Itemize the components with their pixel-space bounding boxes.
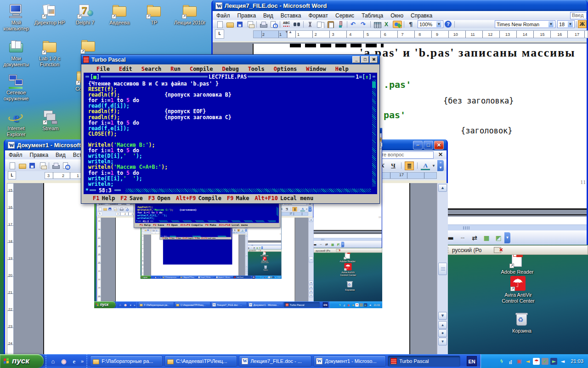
arrow-style-icon[interactable]: ⇄ [253, 247, 256, 249]
close-button[interactable]: ✕ [370, 56, 378, 63]
align-left-button[interactable]: ≣ [405, 161, 414, 170]
desktop-icon-pages[interactable]: ↗Директор HP [32, 4, 67, 26]
font-size-select[interactable]: 18▼ [557, 20, 575, 28]
paste-icon[interactable] [326, 21, 335, 28]
tp-horizontal-scrollbar[interactable] [156, 220, 276, 222]
font-color-button[interactable]: А [421, 161, 430, 170]
fkey-Alt+F10[interactable]: Alt+F10 [219, 224, 231, 227]
scroll-up-icon[interactable]: ▲ [309, 218, 313, 222]
cut-icon[interactable] [305, 21, 315, 28]
permission-icon[interactable] [245, 21, 254, 28]
tp-editor[interactable]: [■] LEC7FILE.PAS 1=[↕] {Чтение массивов … [84, 73, 377, 194]
save-icon[interactable] [147, 230, 149, 231]
print-icon[interactable] [119, 207, 124, 211]
desktop-icon-folder[interactable]: ↗Лекции 2010г [172, 4, 207, 26]
toolbar-options-chevron-icon[interactable]: ▼ [261, 246, 263, 249]
desktop-icon-recycle[interactable]: ♻Корзина [504, 312, 539, 334]
desktop-icon-network[interactable]: Сетевое окружение [0, 74, 34, 102]
tp-menu-window[interactable]: Window [301, 66, 330, 72]
menu-item[interactable]: Файл [5, 151, 26, 159]
quicklaunch-ie-icon[interactable]: e [157, 276, 159, 278]
taskbar-button[interactable]: WЛекция7_FILE.doc - ... [211, 302, 247, 308]
tp-horizontal-scrollbar[interactable] [170, 236, 229, 237]
new-document-icon[interactable] [7, 162, 17, 169]
volume-mixer-icon[interactable]: ◄ [524, 358, 531, 365]
start-button[interactable]: пуск [0, 354, 44, 368]
taskbar-button[interactable]: WДокумент1 - Microso... [248, 302, 283, 308]
taskbar-button[interactable]: F:\Лабораторные ра... [162, 276, 180, 279]
quicklaunch-media-icon[interactable]: ◉ [60, 357, 68, 365]
drawing-icon[interactable] [393, 21, 402, 28]
volume-icon[interactable]: ◄ [559, 358, 566, 365]
tp-menu-search[interactable]: Search [137, 66, 166, 72]
toolbar-options-chevron-icon[interactable]: ▼ [341, 242, 344, 247]
start-button[interactable]: пуск [140, 276, 151, 279]
fkey-F1[interactable]: F1 [140, 224, 143, 227]
desktop-icon-avira[interactable]: ☂↗Avira AntiVir Control Center [260, 257, 269, 264]
doc1-vertical-scrollbar[interactable]: ▲ ▼ ▴ ● ▾ [437, 183, 448, 355]
taskbar-button[interactable]: C:\Авдеева\ТР\Лекц... [175, 302, 210, 308]
fkey-Alt+F10[interactable]: Alt+F10 [254, 195, 278, 201]
avira-tray-icon[interactable]: ☂ [533, 358, 540, 365]
desktop-icon-folder[interactable]: ↗Lab 1-2 c Function [32, 40, 67, 68]
new-document-icon[interactable] [142, 230, 144, 231]
word-doc1-vertical-ruler[interactable]: 15161718192021222324 [97, 218, 101, 302]
fkey-F2[interactable]: F2 [120, 195, 127, 201]
fkey-F3[interactable]: F3 [167, 224, 170, 227]
doc1-vertical-scrollbar[interactable]: ▲ ▼ ▴ ● ▾ [245, 235, 248, 276]
quicklaunch-desktop-icon[interactable]: ⌂ [152, 276, 154, 278]
menu-item[interactable]: Вставка [277, 12, 305, 20]
tray-display-icon[interactable]: ▣ [347, 303, 350, 306]
underline-button[interactable]: Ч [234, 229, 236, 231]
select-browse-object-icon[interactable]: ● [309, 289, 313, 293]
tp-menu-run[interactable]: Run [166, 66, 185, 72]
open-icon[interactable] [17, 162, 27, 169]
menu-item[interactable]: Таблица [358, 12, 387, 20]
tab-selector[interactable]: L [142, 232, 144, 234]
chevron-down-icon[interactable]: ▼ [432, 164, 435, 168]
show-paragraph-icon[interactable] [406, 21, 415, 28]
permission-icon[interactable] [113, 207, 117, 211]
align-left-button[interactable]: ≣ [293, 207, 297, 211]
close-button[interactable]: ✕ [434, 141, 444, 150]
language-indicator[interactable]: EN [467, 356, 477, 366]
fkey-F9[interactable]: F9 [195, 237, 196, 239]
signal-strength-icon[interactable]: ⣴ [262, 276, 264, 278]
ask-question-input[interactable]: Введ [570, 12, 587, 19]
bold-button[interactable]: Ж [578, 20, 587, 28]
toolbar-grip-icon[interactable] [463, 226, 469, 230]
fkey-Alt+F9[interactable]: Alt+F9 [181, 224, 190, 227]
save-icon[interactable] [107, 207, 112, 211]
tp-menu-help[interactable]: Help [331, 66, 353, 72]
fkey-F9[interactable]: F9 [227, 195, 233, 201]
avira-tray-icon[interactable]: ☂ [268, 276, 270, 278]
quicklaunch-ie-icon[interactable]: e [129, 303, 132, 306]
language-bar[interactable]: русский (Ро [312, 248, 382, 253]
help-icon[interactable]: ? [445, 21, 452, 28]
fkey-F1[interactable]: F1 [163, 237, 164, 239]
volume-mixer-icon[interactable]: ◄ [266, 276, 268, 278]
open-icon[interactable] [225, 21, 234, 28]
desktop-icon-folder[interactable]: ↗ТР [136, 4, 171, 26]
scheduler-icon[interactable]: ► [364, 303, 367, 306]
browse-next-icon[interactable]: ▾ [438, 338, 447, 345]
shadow-style-icon[interactable]: ■ [481, 233, 492, 243]
taskbar-button[interactable]: WЛекция7_FILE.doc - ... [198, 276, 215, 279]
menu-item[interactable]: Правка [26, 151, 52, 159]
tp-vertical-scrollbar[interactable] [372, 80, 376, 187]
print-preview-icon[interactable] [124, 207, 129, 211]
insert-excel-icon[interactable] [383, 21, 392, 28]
desktop-icon-computer[interactable]: Мой компьютер [0, 4, 34, 32]
quicklaunch-media-icon[interactable]: ◉ [124, 303, 127, 306]
dash-style-icon[interactable]: ╌ [318, 242, 324, 247]
quick-launch-more-icon[interactable]: » [160, 276, 160, 278]
doc1-vertical-scrollbar[interactable]: ▲ ▼ ▴ ● ▾ [308, 218, 314, 302]
word-main-titlebar[interactable]: W Лекция7_FILE.doc - Microsoft Word [213, 0, 587, 11]
spelling-icon[interactable] [282, 21, 291, 28]
taskbar-button[interactable]: WЛекция7_FILE.doc - ... [239, 356, 311, 367]
fkey-Alt+F9[interactable]: Alt+F9 [182, 237, 187, 239]
new-document-icon[interactable] [215, 21, 224, 28]
new-document-icon[interactable] [98, 207, 102, 211]
dictionary-close-icon[interactable] [494, 247, 501, 253]
font-color-button[interactable]: А [300, 207, 305, 211]
